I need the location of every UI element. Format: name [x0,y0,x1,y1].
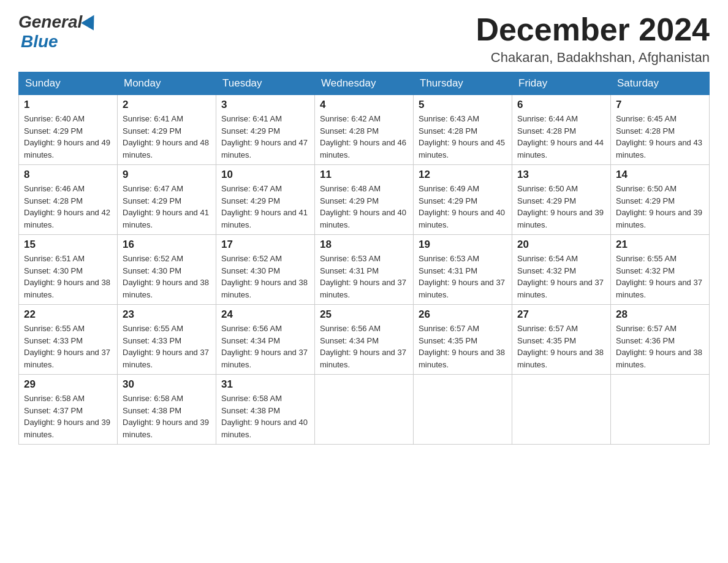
calendar-cell: 29 Sunrise: 6:58 AMSunset: 4:37 PMDaylig… [19,375,118,445]
day-info: Sunrise: 6:42 AMSunset: 4:28 PMDaylight:… [320,114,406,159]
calendar-cell: 12 Sunrise: 6:49 AMSunset: 4:29 PMDaylig… [414,165,512,235]
calendar-week-5: 29 Sunrise: 6:58 AMSunset: 4:37 PMDaylig… [19,375,710,445]
day-number: 15 [24,239,112,251]
calendar-cell [315,375,414,445]
calendar-cell [414,375,512,445]
day-number: 22 [24,308,112,321]
calendar-cell: 8 Sunrise: 6:46 AMSunset: 4:28 PMDayligh… [19,165,118,235]
header-tuesday: Tuesday [216,72,315,95]
day-number: 7 [616,99,704,111]
calendar-cell: 13 Sunrise: 6:50 AMSunset: 4:29 PMDaylig… [512,165,611,235]
header-wednesday: Wednesday [315,72,414,95]
day-number: 13 [517,169,605,181]
day-info: Sunrise: 6:44 AMSunset: 4:28 PMDaylight:… [517,114,604,159]
logo: General Blue [18,12,98,52]
day-number: 27 [517,308,605,321]
day-number: 19 [419,239,507,251]
day-info: Sunrise: 6:47 AMSunset: 4:29 PMDaylight:… [221,184,308,229]
calendar-cell: 31 Sunrise: 6:58 AMSunset: 4:38 PMDaylig… [216,375,315,445]
day-number: 3 [221,99,309,111]
day-number: 21 [616,239,704,251]
calendar-body: 1 Sunrise: 6:40 AMSunset: 4:29 PMDayligh… [19,95,710,445]
day-info: Sunrise: 6:55 AMSunset: 4:32 PMDaylight:… [616,254,702,299]
day-number: 5 [419,99,507,111]
day-number: 25 [320,308,408,321]
calendar-cell: 19 Sunrise: 6:53 AMSunset: 4:31 PMDaylig… [414,235,512,305]
day-info: Sunrise: 6:57 AMSunset: 4:35 PMDaylight:… [517,324,604,369]
calendar-cell: 4 Sunrise: 6:42 AMSunset: 4:28 PMDayligh… [315,95,414,165]
day-number: 10 [221,169,309,181]
calendar-cell: 14 Sunrise: 6:50 AMSunset: 4:29 PMDaylig… [611,165,710,235]
logo-general: General [18,12,82,32]
calendar-table: SundayMondayTuesdayWednesdayThursdayFrid… [18,72,710,445]
calendar-cell [611,375,710,445]
day-info: Sunrise: 6:54 AMSunset: 4:32 PMDaylight:… [517,254,604,299]
calendar-cell: 5 Sunrise: 6:43 AMSunset: 4:28 PMDayligh… [414,95,512,165]
day-number: 1 [24,99,112,111]
day-number: 18 [320,239,408,251]
location-subtitle: Chakaran, Badakhshan, Afghanistan [476,50,710,66]
day-info: Sunrise: 6:53 AMSunset: 4:31 PMDaylight:… [419,254,505,299]
day-number: 14 [616,169,704,181]
day-number: 9 [123,169,211,181]
header-saturday: Saturday [611,72,710,95]
header-sunday: Sunday [19,72,118,95]
calendar-cell: 2 Sunrise: 6:41 AMSunset: 4:29 PMDayligh… [118,95,216,165]
day-info: Sunrise: 6:53 AMSunset: 4:31 PMDaylight:… [320,254,406,299]
calendar-cell: 6 Sunrise: 6:44 AMSunset: 4:28 PMDayligh… [512,95,611,165]
calendar-cell [512,375,611,445]
calendar-cell: 10 Sunrise: 6:47 AMSunset: 4:29 PMDaylig… [216,165,315,235]
day-info: Sunrise: 6:57 AMSunset: 4:36 PMDaylight:… [616,324,702,369]
day-number: 31 [221,378,309,391]
day-info: Sunrise: 6:48 AMSunset: 4:29 PMDaylight:… [320,184,406,229]
calendar-cell: 23 Sunrise: 6:55 AMSunset: 4:33 PMDaylig… [118,305,216,375]
day-info: Sunrise: 6:55 AMSunset: 4:33 PMDaylight:… [123,324,209,369]
logo-blue: Blue [21,32,58,52]
calendar-week-1: 1 Sunrise: 6:40 AMSunset: 4:29 PMDayligh… [19,95,710,165]
calendar-cell: 22 Sunrise: 6:55 AMSunset: 4:33 PMDaylig… [19,305,118,375]
calendar-week-4: 22 Sunrise: 6:55 AMSunset: 4:33 PMDaylig… [19,305,710,375]
day-number: 17 [221,239,309,251]
day-number: 28 [616,308,704,321]
day-number: 4 [320,99,408,111]
calendar-cell: 28 Sunrise: 6:57 AMSunset: 4:36 PMDaylig… [611,305,710,375]
day-info: Sunrise: 6:40 AMSunset: 4:29 PMDaylight:… [24,114,110,159]
calendar-cell: 3 Sunrise: 6:41 AMSunset: 4:29 PMDayligh… [216,95,315,165]
calendar-week-2: 8 Sunrise: 6:46 AMSunset: 4:28 PMDayligh… [19,165,710,235]
calendar-cell: 20 Sunrise: 6:54 AMSunset: 4:32 PMDaylig… [512,235,611,305]
day-number: 30 [123,378,211,391]
title-section: December 2024 Chakaran, Badakhshan, Afgh… [476,12,710,66]
day-info: Sunrise: 6:57 AMSunset: 4:35 PMDaylight:… [419,324,505,369]
calendar-cell: 27 Sunrise: 6:57 AMSunset: 4:35 PMDaylig… [512,305,611,375]
calendar-cell: 16 Sunrise: 6:52 AMSunset: 4:30 PMDaylig… [118,235,216,305]
day-info: Sunrise: 6:55 AMSunset: 4:33 PMDaylight:… [24,324,110,369]
calendar-cell: 25 Sunrise: 6:56 AMSunset: 4:34 PMDaylig… [315,305,414,375]
day-number: 12 [419,169,507,181]
day-number: 2 [123,99,211,111]
day-info: Sunrise: 6:58 AMSunset: 4:38 PMDaylight:… [123,394,209,439]
day-info: Sunrise: 6:46 AMSunset: 4:28 PMDaylight:… [24,184,110,229]
header-thursday: Thursday [414,72,512,95]
day-info: Sunrise: 6:52 AMSunset: 4:30 PMDaylight:… [221,254,308,299]
day-number: 20 [517,239,605,251]
calendar-cell: 24 Sunrise: 6:56 AMSunset: 4:34 PMDaylig… [216,305,315,375]
day-info: Sunrise: 6:52 AMSunset: 4:30 PMDaylight:… [123,254,209,299]
calendar-cell: 9 Sunrise: 6:47 AMSunset: 4:29 PMDayligh… [118,165,216,235]
day-info: Sunrise: 6:43 AMSunset: 4:28 PMDaylight:… [419,114,505,159]
day-number: 16 [123,239,211,251]
calendar-cell: 18 Sunrise: 6:53 AMSunset: 4:31 PMDaylig… [315,235,414,305]
day-info: Sunrise: 6:56 AMSunset: 4:34 PMDaylight:… [320,324,406,369]
calendar-header-row: SundayMondayTuesdayWednesdayThursdayFrid… [19,72,710,95]
day-number: 23 [123,308,211,321]
day-info: Sunrise: 6:58 AMSunset: 4:37 PMDaylight:… [24,394,110,439]
calendar-cell: 7 Sunrise: 6:45 AMSunset: 4:28 PMDayligh… [611,95,710,165]
calendar-cell: 1 Sunrise: 6:40 AMSunset: 4:29 PMDayligh… [19,95,118,165]
day-number: 26 [419,308,507,321]
calendar-cell: 15 Sunrise: 6:51 AMSunset: 4:30 PMDaylig… [19,235,118,305]
day-info: Sunrise: 6:41 AMSunset: 4:29 PMDaylight:… [123,114,209,159]
calendar-week-3: 15 Sunrise: 6:51 AMSunset: 4:30 PMDaylig… [19,235,710,305]
day-info: Sunrise: 6:50 AMSunset: 4:29 PMDaylight:… [616,184,702,229]
calendar-cell: 30 Sunrise: 6:58 AMSunset: 4:38 PMDaylig… [118,375,216,445]
calendar-cell: 11 Sunrise: 6:48 AMSunset: 4:29 PMDaylig… [315,165,414,235]
page-header: General Blue December 2024 Chakaran, Bad… [18,12,710,66]
